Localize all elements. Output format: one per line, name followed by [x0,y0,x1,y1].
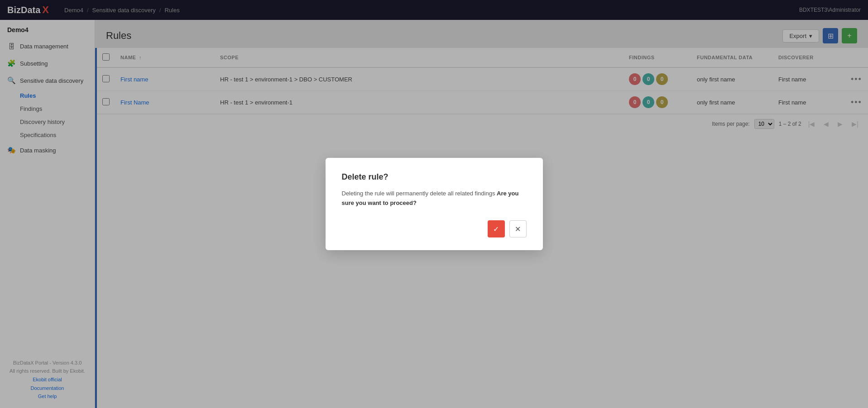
confirm-delete-button[interactable]: ✓ [488,220,505,237]
check-icon: ✓ [493,225,499,233]
dialog-title: Delete rule? [342,172,527,182]
dialog-body-static: Deleting the rule will permanently delet… [342,190,495,197]
modal-overlay: Delete rule? Deleting the rule will perm… [0,0,868,408]
delete-dialog: Delete rule? Deleting the rule will perm… [326,158,543,251]
cancel-delete-button[interactable]: ✕ [509,220,527,237]
x-icon: ✕ [515,225,521,233]
dialog-body: Deleting the rule will permanently delet… [342,189,527,208]
dialog-actions: ✓ ✕ [342,220,527,237]
